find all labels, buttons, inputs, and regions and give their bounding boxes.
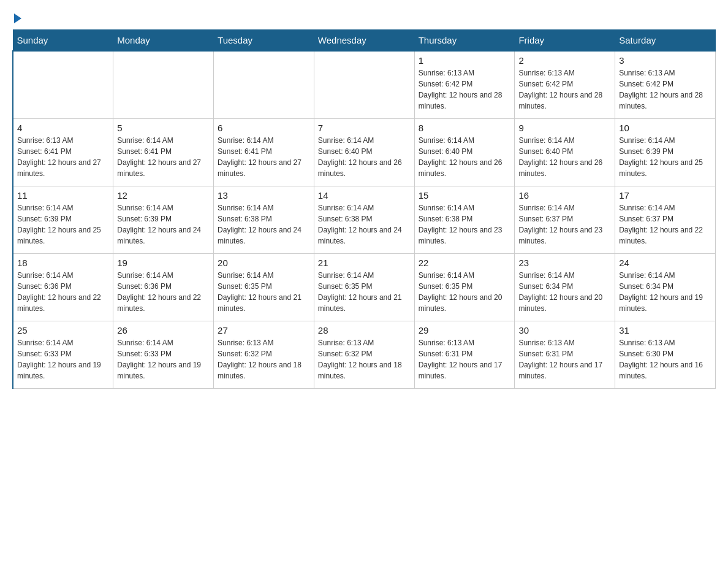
day-number: 10 (619, 123, 711, 133)
day-cell: 31Sunrise: 6:13 AMSunset: 6:30 PMDayligh… (615, 321, 716, 388)
day-info: Sunrise: 6:14 AMSunset: 6:39 PMDaylight:… (117, 202, 210, 247)
day-number: 18 (17, 258, 109, 268)
day-number: 25 (17, 325, 109, 335)
day-info: Sunrise: 6:14 AMSunset: 6:40 PMDaylight:… (518, 135, 611, 179)
day-info: Sunrise: 6:14 AMSunset: 6:36 PMDaylight:… (117, 270, 210, 314)
day-info: Sunrise: 6:13 AMSunset: 6:30 PMDaylight:… (619, 337, 711, 381)
day-info: Sunrise: 6:14 AMSunset: 6:39 PMDaylight:… (17, 202, 109, 247)
day-info: Sunrise: 6:14 AMSunset: 6:40 PMDaylight:… (419, 135, 511, 179)
day-cell: 30Sunrise: 6:13 AMSunset: 6:31 PMDayligh… (515, 321, 615, 388)
day-cell: 15Sunrise: 6:14 AMSunset: 6:38 PMDayligh… (414, 186, 515, 253)
day-number: 31 (619, 325, 711, 335)
day-number: 16 (518, 190, 611, 201)
day-number: 4 (17, 123, 109, 133)
day-number: 14 (318, 190, 411, 201)
day-info: Sunrise: 6:14 AMSunset: 6:33 PMDaylight:… (17, 337, 109, 381)
day-number: 24 (619, 258, 711, 268)
day-number: 2 (518, 55, 611, 66)
day-cell: 10Sunrise: 6:14 AMSunset: 6:39 PMDayligh… (615, 118, 716, 186)
logo-arrow-icon (14, 13, 21, 23)
day-info: Sunrise: 6:14 AMSunset: 6:34 PMDaylight:… (518, 270, 611, 314)
week-row-1: 4Sunrise: 6:13 AMSunset: 6:41 PMDaylight… (13, 118, 716, 186)
day-cell: 11Sunrise: 6:14 AMSunset: 6:39 PMDayligh… (13, 186, 113, 253)
day-number: 20 (218, 258, 310, 268)
day-info: Sunrise: 6:13 AMSunset: 6:42 PMDaylight:… (419, 67, 511, 112)
day-cell: 12Sunrise: 6:14 AMSunset: 6:39 PMDayligh… (113, 186, 214, 253)
day-cell (314, 51, 414, 118)
day-cell: 5Sunrise: 6:14 AMSunset: 6:41 PMDaylight… (113, 118, 214, 186)
day-info: Sunrise: 6:14 AMSunset: 6:40 PMDaylight:… (318, 135, 411, 179)
day-info: Sunrise: 6:14 AMSunset: 6:37 PMDaylight:… (518, 202, 611, 247)
day-number: 7 (318, 123, 411, 133)
day-number: 13 (218, 190, 310, 201)
day-cell: 26Sunrise: 6:14 AMSunset: 6:33 PMDayligh… (113, 321, 214, 388)
day-info: Sunrise: 6:14 AMSunset: 6:41 PMDaylight:… (117, 135, 210, 179)
week-row-4: 25Sunrise: 6:14 AMSunset: 6:33 PMDayligh… (13, 321, 716, 388)
day-number: 26 (117, 325, 210, 335)
header-sunday: Sunday (13, 30, 113, 52)
day-number: 17 (619, 190, 711, 201)
day-info: Sunrise: 6:13 AMSunset: 6:32 PMDaylight:… (318, 337, 411, 381)
day-cell: 8Sunrise: 6:14 AMSunset: 6:40 PMDaylight… (414, 118, 515, 186)
day-info: Sunrise: 6:14 AMSunset: 6:35 PMDaylight:… (318, 270, 411, 314)
day-info: Sunrise: 6:14 AMSunset: 6:38 PMDaylight:… (218, 202, 310, 247)
day-cell: 27Sunrise: 6:13 AMSunset: 6:32 PMDayligh… (214, 321, 314, 388)
day-info: Sunrise: 6:14 AMSunset: 6:38 PMDaylight:… (318, 202, 411, 247)
week-row-3: 18Sunrise: 6:14 AMSunset: 6:36 PMDayligh… (13, 253, 716, 321)
day-cell: 6Sunrise: 6:14 AMSunset: 6:41 PMDaylight… (214, 118, 314, 186)
day-cell (113, 51, 214, 118)
week-row-0: 1Sunrise: 6:13 AMSunset: 6:42 PMDaylight… (13, 51, 716, 118)
day-cell: 22Sunrise: 6:14 AMSunset: 6:35 PMDayligh… (414, 253, 515, 321)
day-cell: 21Sunrise: 6:14 AMSunset: 6:35 PMDayligh… (314, 253, 414, 321)
day-cell: 3Sunrise: 6:13 AMSunset: 6:42 PMDaylight… (615, 51, 716, 118)
day-cell (214, 51, 314, 118)
header-saturday: Saturday (615, 30, 716, 52)
day-number: 5 (117, 123, 210, 133)
day-info: Sunrise: 6:14 AMSunset: 6:34 PMDaylight:… (619, 270, 711, 314)
day-info: Sunrise: 6:14 AMSunset: 6:35 PMDaylight:… (419, 270, 511, 314)
day-cell: 13Sunrise: 6:14 AMSunset: 6:38 PMDayligh… (214, 186, 314, 253)
day-info: Sunrise: 6:14 AMSunset: 6:41 PMDaylight:… (218, 135, 310, 179)
day-number: 1 (419, 55, 511, 66)
day-cell: 17Sunrise: 6:14 AMSunset: 6:37 PMDayligh… (615, 186, 716, 253)
day-cell: 18Sunrise: 6:14 AMSunset: 6:36 PMDayligh… (13, 253, 113, 321)
header-thursday: Thursday (414, 30, 515, 52)
day-cell: 29Sunrise: 6:13 AMSunset: 6:31 PMDayligh… (414, 321, 515, 388)
day-number: 3 (619, 55, 711, 66)
day-number: 22 (419, 258, 511, 268)
day-number: 28 (318, 325, 411, 335)
day-cell: 14Sunrise: 6:14 AMSunset: 6:38 PMDayligh… (314, 186, 414, 253)
day-number: 30 (518, 325, 611, 335)
day-number: 29 (419, 325, 511, 335)
day-info: Sunrise: 6:13 AMSunset: 6:42 PMDaylight:… (619, 67, 711, 112)
calendar-header-row: SundayMondayTuesdayWednesdayThursdayFrid… (13, 30, 716, 52)
day-info: Sunrise: 6:13 AMSunset: 6:31 PMDaylight:… (518, 337, 611, 381)
day-info: Sunrise: 6:13 AMSunset: 6:42 PMDaylight:… (518, 67, 611, 112)
day-cell: 4Sunrise: 6:13 AMSunset: 6:41 PMDaylight… (13, 118, 113, 186)
header-tuesday: Tuesday (214, 30, 314, 52)
week-row-2: 11Sunrise: 6:14 AMSunset: 6:39 PMDayligh… (13, 186, 716, 253)
calendar-table: SundayMondayTuesdayWednesdayThursdayFrid… (12, 29, 716, 389)
day-cell: 19Sunrise: 6:14 AMSunset: 6:36 PMDayligh… (113, 253, 214, 321)
day-info: Sunrise: 6:13 AMSunset: 6:31 PMDaylight:… (419, 337, 511, 381)
day-number: 15 (419, 190, 511, 201)
logo (12, 12, 21, 23)
day-info: Sunrise: 6:13 AMSunset: 6:32 PMDaylight:… (218, 337, 310, 381)
day-number: 8 (419, 123, 511, 133)
day-number: 19 (117, 258, 210, 268)
day-cell: 23Sunrise: 6:14 AMSunset: 6:34 PMDayligh… (515, 253, 615, 321)
day-cell: 24Sunrise: 6:14 AMSunset: 6:34 PMDayligh… (615, 253, 716, 321)
day-cell: 16Sunrise: 6:14 AMSunset: 6:37 PMDayligh… (515, 186, 615, 253)
day-cell: 1Sunrise: 6:13 AMSunset: 6:42 PMDaylight… (414, 51, 515, 118)
day-info: Sunrise: 6:13 AMSunset: 6:41 PMDaylight:… (17, 135, 109, 179)
header-monday: Monday (113, 30, 214, 52)
day-info: Sunrise: 6:14 AMSunset: 6:37 PMDaylight:… (619, 202, 711, 247)
header-wednesday: Wednesday (314, 30, 414, 52)
day-info: Sunrise: 6:14 AMSunset: 6:35 PMDaylight:… (218, 270, 310, 314)
day-cell: 7Sunrise: 6:14 AMSunset: 6:40 PMDaylight… (314, 118, 414, 186)
day-cell: 2Sunrise: 6:13 AMSunset: 6:42 PMDaylight… (515, 51, 615, 118)
day-cell: 25Sunrise: 6:14 AMSunset: 6:33 PMDayligh… (13, 321, 113, 388)
day-number: 11 (17, 190, 109, 201)
day-info: Sunrise: 6:14 AMSunset: 6:36 PMDaylight:… (17, 270, 109, 314)
day-cell (13, 51, 113, 118)
